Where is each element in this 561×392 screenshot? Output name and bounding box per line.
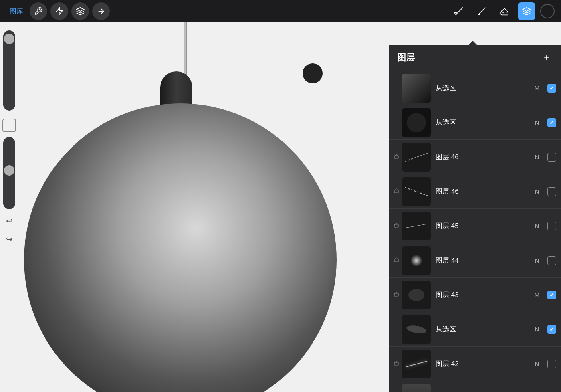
undo-button[interactable]: ↩ [2,214,16,228]
layer-item[interactable]: 图层 46N [389,174,561,209]
layer-name: 从选区 [436,118,532,127]
add-layer-button[interactable]: + [540,51,553,64]
eraser-icon [498,6,510,17]
layer-thumbnail [402,281,431,309]
layer-visibility-checkbox[interactable] [547,325,556,334]
layer-thumbnail [402,143,431,172]
layer-visibility-checkbox[interactable] [547,291,556,299]
svg-rect-3 [394,156,398,158]
layers-list: 从选区M从选区N图层 46N图层 46N图层 45N图层 44N图层 43M从选… [389,71,561,392]
mask-icon [394,292,400,298]
layer-thumbnail [402,74,431,103]
brush-icon [454,6,465,17]
layer-visibility-checkbox[interactable] [547,222,556,230]
layer-visibility-checkbox[interactable] [547,360,556,368]
mask-icon [394,361,400,367]
eraser-button[interactable] [495,2,513,20]
layer-blend-mode: N [532,326,542,333]
toolbar-left: 图库 [6,2,110,20]
layer-thumbnail [402,246,431,275]
layer-blend-mode: M [532,85,542,91]
layer-thumbnail [402,315,431,344]
layer-visibility-checkbox[interactable] [547,84,556,93]
layer-item[interactable]: 图层 43M [389,278,561,312]
layer-name: 图层 46 [436,187,532,196]
opacity-thumb [4,165,14,176]
settings-button[interactable] [30,2,47,20]
select-button[interactable] [71,2,89,20]
sphere-drawing [24,103,337,392]
brush-button[interactable] [450,2,468,20]
toolbar-right [450,2,555,20]
wrench-icon [34,7,43,16]
canvas-area: ↩ ↪ 图层 + 从选区M从选区N图层 46N图层 46N图层 45N图层 44… [0,22,561,392]
svg-rect-4 [394,190,398,193]
layer-thumbnail [402,384,431,392]
layer-item[interactable]: 图层 42N [389,347,561,381]
layer-name: 从选区 [436,83,532,93]
layers-icon [522,7,531,16]
layer-name: 图层 45 [436,221,532,230]
mask-icon [394,154,400,160]
layers-panel: 图层 + 从选区M从选区N图层 46N图层 46N图层 45N图层 44N图层 … [389,45,561,392]
thumb-circle [407,113,426,132]
panel-arrow [467,41,478,46]
layer-blend-mode: N [532,119,542,126]
color-picker[interactable] [540,4,555,18]
mask-icon [394,223,400,229]
layers-header: 图层 + [389,45,561,71]
svg-rect-8 [394,362,398,365]
layer-thumbnail [402,177,431,206]
mask-icon [394,188,400,194]
layer-item[interactable]: 图层 44N [389,243,561,278]
gallery-button[interactable]: 图库 [6,7,26,16]
shape-selector[interactable] [2,119,16,132]
svg-rect-6 [394,259,398,262]
layer-name: 从选区 [436,325,532,334]
layer-visibility-checkbox[interactable] [547,256,556,265]
layer-blend-mode: N [532,360,542,367]
layer-item[interactable]: 从选区N [389,312,561,347]
layer-name: 图层 42 [436,359,532,368]
transform-button[interactable] [92,2,110,20]
svg-rect-7 [394,293,398,296]
magic-button[interactable] [50,2,68,20]
opacity-slider[interactable] [3,137,15,209]
layers-button[interactable] [518,2,535,20]
layer-name: 图层 46 [436,152,532,162]
left-sidebar: ↩ ↪ [0,22,18,392]
layer-thumbnail [402,108,431,137]
layer-thumbnail [402,212,431,240]
layer-blend-mode: N [532,188,542,195]
sphere [24,103,337,392]
smudge-icon [476,6,487,17]
mask-icon [394,257,400,263]
layer-visibility-checkbox[interactable] [547,153,556,162]
layer-item[interactable]: 从选区N [389,105,561,140]
layer-item[interactable]: 图层 45N [389,209,561,243]
layer-name: 图层 43 [436,290,532,299]
layers-title: 图层 [397,52,415,64]
layer-visibility-checkbox[interactable] [547,187,556,196]
layer-name: 图层 44 [436,256,532,265]
layer-blend-mode: N [532,257,542,264]
svg-marker-2 [523,8,530,11]
smudge-button[interactable] [473,2,490,20]
layer-item[interactable]: 图层 41M [389,381,561,392]
magic-icon [55,7,64,16]
svg-marker-0 [56,8,63,15]
layer-blend-mode: M [532,291,542,298]
brush-size-slider[interactable] [3,30,15,111]
redo-button[interactable]: ↪ [2,232,16,246]
layer-blend-mode: N [532,154,542,160]
brush-size-thumb [4,34,14,44]
layer-visibility-checkbox[interactable] [547,118,556,127]
transform-icon [97,7,105,16]
layer-blend-mode: N [532,222,542,229]
layer-item[interactable]: 图层 46N [389,140,561,174]
sphere-small-knob [303,63,323,83]
svg-rect-5 [394,224,398,227]
layer-item[interactable]: 从选区M [389,71,561,105]
top-toolbar: 图库 [0,0,561,22]
layer-thumbnail [402,350,431,378]
